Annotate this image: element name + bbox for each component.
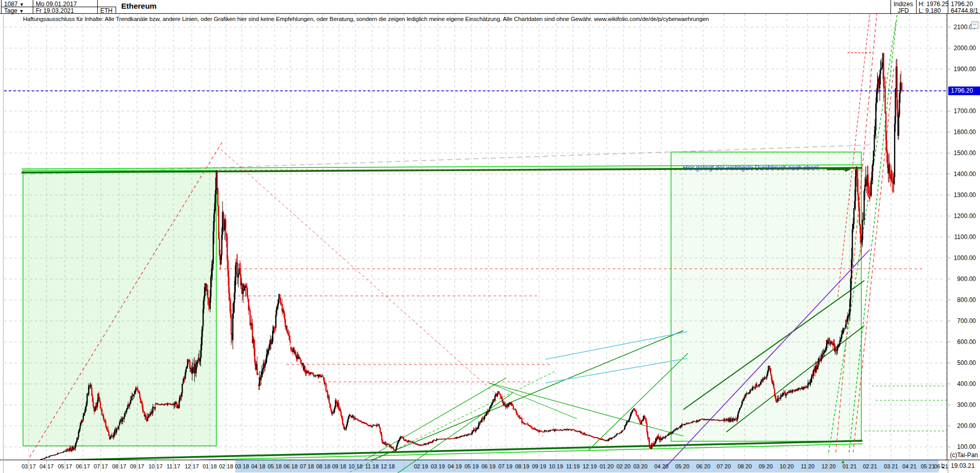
y-axis-label: 700.00 <box>949 317 976 325</box>
x-axis-label: 09 18 <box>332 463 346 469</box>
x-axis-label: 10 17 <box>148 463 163 469</box>
y-axis-label: 1200.00 <box>949 212 976 220</box>
x-axis-label: 06 17 <box>76 463 90 469</box>
y-axis-label: 1900.00 <box>949 66 976 73</box>
corner-date: 19.03.21 <box>951 463 975 469</box>
x-axis-label: 11 19 <box>566 463 580 469</box>
x-axis-label: 05 21 <box>921 463 935 469</box>
x-axis-label: 11 18 <box>365 463 379 469</box>
x-axis-label: 05 19 <box>464 463 479 469</box>
y-axis-label: 100.00 <box>949 443 976 450</box>
y-axis-label: 1000.00 <box>949 254 976 262</box>
y-axis-label: 1400.00 <box>949 170 976 178</box>
breakout-annotation: Hier gelingt der wichtigste Durchbruch n… <box>683 165 818 171</box>
disclaimer-text: Haftungsausschluss für Inhalte: Alle Tre… <box>23 16 709 22</box>
y-axis-label: 600.00 <box>949 338 976 346</box>
x-axis-label: 09 20 <box>759 463 773 469</box>
y-axis-label: 300.00 <box>949 401 976 408</box>
x-axis-label: 05 17 <box>58 463 72 469</box>
x-axis-label: 08 18 <box>316 463 330 469</box>
x-axis-label: 10 19 <box>549 463 563 469</box>
collapse-icon[interactable]: − <box>971 22 978 29</box>
x-axis-label: 07 20 <box>717 463 731 469</box>
x-axis-label: 12 17 <box>185 463 199 469</box>
x-axis-label: 10 20 <box>779 463 794 469</box>
y-axis-label: 200.00 <box>949 422 976 429</box>
x-axis-label: 03 17 <box>21 463 36 469</box>
x-axis-label: 01 20 <box>599 463 614 469</box>
x-axis-label: 03 19 <box>431 463 445 469</box>
x-axis-label: 03 21 <box>884 463 898 469</box>
x-axis-label: 11 17 <box>167 463 181 469</box>
y-axis-label: 500.00 <box>949 359 976 367</box>
x-axis-label: 04 19 <box>448 463 462 469</box>
x-axis-label: 09 17 <box>130 463 144 469</box>
x-axis-label: 01 18 <box>203 463 217 469</box>
low-marker-label: L <box>941 463 945 469</box>
x-axis-label: 03 18 <box>235 463 249 469</box>
x-axis-label: 09 19 <box>532 463 546 469</box>
x-axis-label: 08 20 <box>738 463 752 469</box>
x-axis-label: 05 18 <box>268 463 282 469</box>
x-axis-label: 08 19 <box>515 463 529 469</box>
x-axis-label: 12 19 <box>583 463 597 469</box>
x-axis-label: 07 17 <box>94 463 108 469</box>
x-axis-label: 07 18 <box>300 463 314 469</box>
y-axis-label: 1700.00 <box>949 107 976 115</box>
x-axis-label: 02 19 <box>414 463 428 469</box>
date-marker-icon: ▲ <box>840 459 845 464</box>
x-axis-label: 06 18 <box>283 463 298 469</box>
x-axis-label: 04 18 <box>251 463 265 469</box>
x-axis-label: 02 18 <box>219 463 233 469</box>
x-axis-label: 04 21 <box>902 463 917 469</box>
x-axis-label: 05 20 <box>675 463 689 469</box>
y-axis-label: 1600.00 <box>949 128 976 136</box>
x-axis-label: 12 18 <box>381 463 395 469</box>
x-axis-label: 02 20 <box>616 463 631 469</box>
y-axis-label: 1300.00 <box>949 191 976 199</box>
x-axis-label: 03 20 <box>633 463 648 469</box>
x-axis-label: 11 20 <box>801 463 815 469</box>
x-axis-label: 12 20 <box>821 463 836 469</box>
x-axis-label: 04 17 <box>39 463 54 469</box>
x-axis-label: 06 19 <box>481 463 496 469</box>
y-axis-label: 2000.00 <box>949 45 976 52</box>
copyright-label: (c)Tai-Pan <box>946 451 978 459</box>
y-axis-label: 1100.00 <box>949 233 976 241</box>
x-axis-label: 08 17 <box>112 463 126 469</box>
x-axis-label: 04 20 <box>654 463 669 469</box>
y-axis-label: 900.00 <box>949 275 976 283</box>
x-axis-label: 07 19 <box>498 463 513 469</box>
x-axis-label: 02 21 <box>863 463 877 469</box>
price-chart[interactable] <box>0 0 980 473</box>
y-axis-label: 1500.00 <box>949 149 976 157</box>
x-axis-label: 06 20 <box>696 463 710 469</box>
last-price-tag: 1796.20 <box>948 87 980 95</box>
y-axis-label: 400.00 <box>949 380 976 388</box>
x-axis-label: 10 18 <box>348 463 363 469</box>
taipan-chart-window: 1087 ▼ Tage ▼ Mo 09.01.2017 Fr 19.03.202… <box>0 0 980 473</box>
y-axis-label: 800.00 <box>949 296 976 304</box>
